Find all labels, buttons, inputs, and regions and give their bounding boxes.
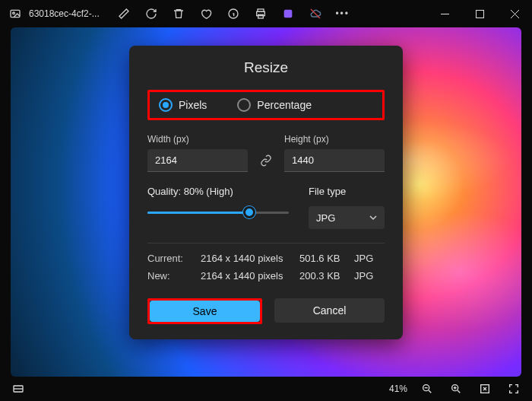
zoom-in-icon[interactable] bbox=[447, 380, 465, 398]
clipchamp-icon[interactable] bbox=[277, 3, 299, 24]
radio-unselected-icon bbox=[237, 98, 251, 112]
radio-pixels-label: Pixels bbox=[179, 99, 207, 111]
current-dims: 2164 x 1440 pixels bbox=[201, 253, 299, 264]
cancel-button[interactable]: Cancel bbox=[274, 298, 385, 323]
current-label: Current: bbox=[147, 253, 201, 264]
close-button[interactable] bbox=[497, 0, 532, 27]
print-icon[interactable] bbox=[250, 3, 271, 24]
info-icon[interactable] bbox=[223, 3, 244, 24]
current-format: JPG bbox=[354, 253, 385, 264]
resize-dialog: Resize Pixels Percentage Width (px) Heig… bbox=[129, 46, 403, 339]
statusbar: 41% bbox=[0, 377, 532, 401]
divider bbox=[147, 243, 385, 243]
favorite-icon[interactable] bbox=[195, 3, 217, 24]
radio-pixels[interactable]: Pixels bbox=[159, 98, 207, 112]
edit-icon[interactable] bbox=[113, 3, 135, 24]
zoom-value: 41% bbox=[389, 383, 407, 394]
svg-line-18 bbox=[458, 390, 460, 393]
chevron-down-icon bbox=[369, 214, 377, 221]
filetype-select[interactable]: JPG bbox=[309, 206, 385, 229]
link-aspect-icon[interactable] bbox=[255, 149, 277, 172]
svg-rect-6 bbox=[283, 10, 292, 18]
filetype-value: JPG bbox=[316, 212, 335, 224]
new-size: 200.3 KB bbox=[299, 270, 354, 282]
new-dims: 2164 x 1440 pixels bbox=[201, 270, 299, 282]
cloud-off-icon[interactable] bbox=[305, 3, 326, 24]
unit-radio-group: Pixels Percentage bbox=[147, 90, 385, 120]
width-input[interactable] bbox=[147, 149, 248, 172]
delete-icon[interactable] bbox=[168, 3, 189, 24]
fit-icon[interactable] bbox=[476, 380, 494, 398]
window-title: 63018cec-4cf2-... bbox=[29, 8, 100, 19]
new-label: New: bbox=[147, 270, 201, 282]
fullscreen-icon[interactable] bbox=[505, 380, 523, 398]
filmstrip-icon[interactable] bbox=[9, 380, 27, 398]
app-icon bbox=[9, 8, 21, 20]
maximize-button[interactable] bbox=[462, 0, 497, 27]
height-label: Height (px) bbox=[284, 134, 385, 145]
current-size: 501.6 KB bbox=[299, 253, 354, 264]
size-info: Current: 2164 x 1440 pixels 501.6 KB JPG… bbox=[147, 253, 385, 282]
save-button[interactable]: Save bbox=[150, 301, 260, 322]
quality-label: Quality: 80% (High) bbox=[147, 186, 289, 197]
minimize-button[interactable] bbox=[427, 0, 462, 27]
radio-selected-icon bbox=[159, 98, 173, 112]
svg-rect-9 bbox=[476, 10, 483, 18]
height-input[interactable] bbox=[284, 149, 385, 172]
width-label: Width (px) bbox=[147, 134, 248, 145]
radio-percentage[interactable]: Percentage bbox=[237, 98, 312, 112]
zoom-out-icon[interactable] bbox=[418, 380, 436, 398]
filetype-label: File type bbox=[309, 186, 385, 197]
more-icon[interactable]: ••• bbox=[332, 3, 353, 24]
svg-line-15 bbox=[429, 390, 431, 393]
photos-app-window: 63018cec-4cf2-... ••• Resize Pixels bbox=[0, 0, 532, 401]
titlebar: 63018cec-4cf2-... ••• bbox=[0, 0, 532, 27]
svg-point-1 bbox=[13, 12, 15, 14]
rotate-icon[interactable] bbox=[141, 3, 162, 24]
new-format: JPG bbox=[354, 270, 385, 282]
dialog-title: Resize bbox=[147, 59, 385, 76]
quality-slider[interactable] bbox=[147, 206, 289, 218]
radio-percentage-label: Percentage bbox=[257, 99, 312, 111]
